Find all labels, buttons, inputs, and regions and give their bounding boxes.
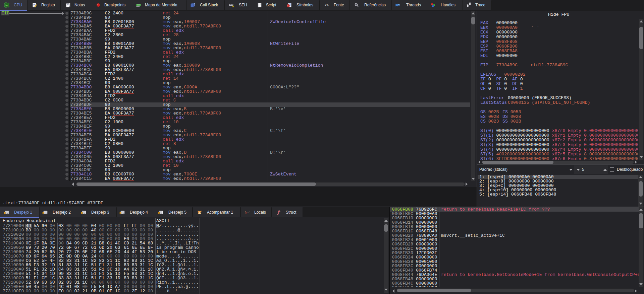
svg-text:32: 32 [6,4,8,6]
svg-text:<>: <> [259,3,262,5]
svg-text:<>: <> [324,3,329,7]
svg-text:!: ! [233,5,233,7]
svg-text:=]: =] [247,211,250,215]
